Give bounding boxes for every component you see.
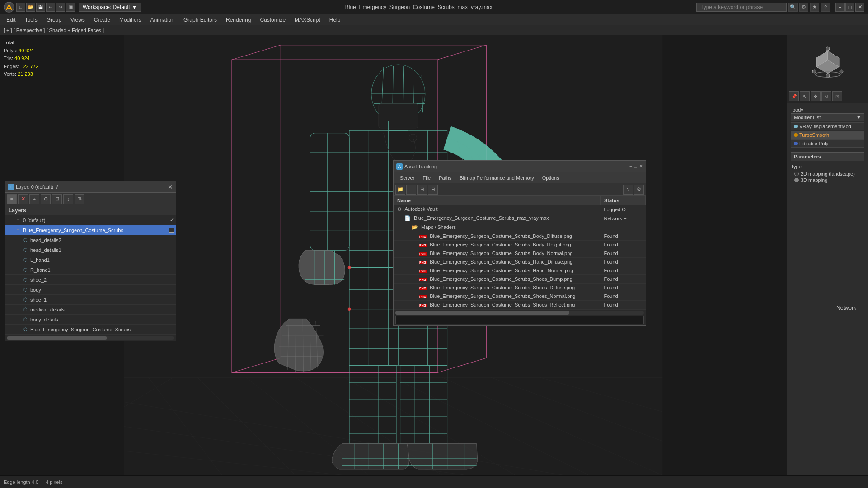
layer-panel-help-btn[interactable]: ?: [55, 184, 58, 190]
layer-item-blue-emergency[interactable]: ≡ Blue_Emergency_Surgeon_Costume_Scrubs: [5, 225, 176, 235]
layer-vis-box[interactable]: [169, 228, 174, 233]
modifier-tool-cursor[interactable]: ↖: [800, 91, 810, 101]
redo-btn[interactable]: ↪: [56, 3, 65, 12]
modifier-vray[interactable]: VRayDisplacementMod: [791, 122, 864, 130]
vault-icon: ⚙: [397, 206, 402, 212]
undo-btn[interactable]: ↩: [46, 3, 55, 12]
maximize-button[interactable]: □: [845, 3, 854, 12]
asset-row-body-height[interactable]: PNG Blue_Emergency_Surgeon_Costume_Scrub…: [394, 241, 646, 249]
radio-3d-mapping[interactable]: 3D mapping: [794, 177, 861, 183]
asset-menu-paths[interactable]: Paths: [435, 174, 455, 181]
menu-item-edit[interactable]: Edit: [2, 16, 20, 24]
layer-item-default[interactable]: ≡ 0 (default) ✓: [5, 215, 176, 225]
layer-item-body-details[interactable]: ⬡ body_details: [5, 315, 176, 325]
asset-row-hand-normal[interactable]: PNG Blue_Emergency_Surgeon_Costume_Scrub…: [394, 266, 646, 275]
menu-item-tools[interactable]: Tools: [20, 16, 42, 24]
layer-panel-title-bar[interactable]: L Layer: 0 (default) ? ✕: [5, 181, 176, 193]
save-btn[interactable]: 💾: [36, 3, 45, 12]
layer-scrollbar-track[interactable]: [7, 336, 174, 340]
layer-item-medical-details[interactable]: ⬡ medical_details: [5, 305, 176, 315]
layer-item-shoe1[interactable]: ⬡ shoe_1: [5, 295, 176, 305]
asset-tool-table[interactable]: ⊟: [428, 185, 438, 195]
minimize-button[interactable]: −: [835, 3, 845, 12]
asset-row-body-normal[interactable]: PNG Blue_Emergency_Surgeon_Costume_Scrub…: [394, 249, 646, 258]
layer-tool-layers[interactable]: ≡: [7, 194, 17, 204]
asset-row-maps[interactable]: 📂 Maps / Shaders: [394, 223, 646, 232]
render-btn[interactable]: ▣: [66, 3, 75, 12]
modifier-tool-move[interactable]: ✥: [811, 91, 821, 101]
asset-panel-title-bar[interactable]: A Asset Tracking − □ ✕: [394, 161, 646, 172]
asset-row-shoes-reflect[interactable]: PNG Blue_Emergency_Surgeon_Costume_Scrub…: [394, 301, 646, 309]
help-icon[interactable]: ?: [821, 3, 830, 12]
layer-item-body[interactable]: ⬡ body: [5, 285, 176, 295]
asset-scrollbar-thumb[interactable]: [395, 311, 569, 315]
modifier-tool-pin[interactable]: 📌: [789, 91, 799, 101]
asset-row-hand-diffuse[interactable]: PNG Blue_Emergency_Surgeon_Costume_Scrub…: [394, 258, 646, 266]
asset-scrollbar-track[interactable]: [395, 311, 644, 315]
menu-item-create[interactable]: Create: [89, 16, 115, 24]
asset-row-shoes-normal[interactable]: PNG Blue_Emergency_Surgeon_Costume_Scrub…: [394, 292, 646, 301]
layer-icon-shoe2: ⬡: [22, 277, 28, 283]
menu-item-maxscript[interactable]: MAXScript: [290, 16, 325, 24]
layer-tool-delete[interactable]: ✕: [18, 194, 28, 204]
asset-tracking-panel: A Asset Tracking − □ ✕ Server File Paths…: [393, 160, 646, 326]
asset-panel-max-btn[interactable]: □: [634, 163, 637, 169]
modifier-editable-poly[interactable]: Editable Poly: [791, 139, 864, 148]
asset-tool-help[interactable]: ?: [623, 185, 633, 195]
menu-item-views[interactable]: Views: [66, 16, 89, 24]
search-icon[interactable]: 🔍: [788, 3, 798, 12]
asset-row-vault[interactable]: ⚙ Autodesk Vault Logged O: [394, 205, 646, 214]
search-box[interactable]: Type a keyword or phrase: [696, 3, 787, 12]
viewport-cube[interactable]: [787, 35, 868, 89]
close-button[interactable]: ✕: [855, 3, 864, 12]
asset-tool-grid[interactable]: ⊞: [417, 185, 427, 195]
layer-tool-explode[interactable]: ⊞: [52, 194, 62, 204]
layer-tool-merge[interactable]: ⊕: [41, 194, 51, 204]
menu-item-group[interactable]: Group: [42, 16, 66, 24]
layer-tool-sync1[interactable]: ↕: [63, 194, 73, 204]
settings-icon[interactable]: ⚙: [799, 3, 808, 12]
layer-tool-add[interactable]: +: [29, 194, 39, 204]
menu-item-animation[interactable]: Animation: [146, 16, 179, 24]
layer-tool-sync2[interactable]: ⇅: [75, 194, 84, 204]
asset-row-shoes-bump[interactable]: PNG Blue_Emergency_Surgeon_Costume_Scrub…: [394, 275, 646, 284]
asset-panel-close-btn[interactable]: ✕: [639, 163, 643, 169]
asset-panel-min-btn[interactable]: −: [629, 163, 632, 169]
asset-menu-file[interactable]: File: [419, 174, 434, 181]
modifier-tool-scale[interactable]: ⊡: [832, 91, 842, 101]
menu-item-modifiers[interactable]: Modifiers: [115, 16, 146, 24]
asset-tool-list[interactable]: ≡: [406, 185, 416, 195]
asset-menu-bitmap[interactable]: Bitmap Performance and Memory: [456, 174, 537, 181]
menu-item-graph-editors[interactable]: Graph Editors: [179, 16, 221, 24]
asset-tool-settings[interactable]: ⚙: [634, 185, 644, 195]
layer-name-lh1: L_hand1: [30, 257, 174, 263]
asset-menu-options[interactable]: Options: [539, 174, 563, 181]
asset-table-container[interactable]: Name Status ⚙ Autodesk Vault Logged O 📄: [394, 196, 646, 309]
menu-item-customize[interactable]: Customize: [255, 16, 290, 24]
open-btn[interactable]: 📂: [26, 3, 35, 12]
layer-item-head-details1[interactable]: ⬡ head_details1: [5, 245, 176, 255]
modifier-tool-rotate[interactable]: ↻: [821, 91, 831, 101]
layer-item-head-details2[interactable]: ⬡ head_details2: [5, 235, 176, 245]
modifier-list-header[interactable]: Modifier List ▼: [791, 113, 864, 121]
asset-input-bar[interactable]: [395, 316, 644, 324]
menu-item-help[interactable]: Help: [325, 16, 345, 24]
modifier-turbosmooth[interactable]: TurboSmooth: [791, 131, 864, 139]
layers-list[interactable]: ≡ 0 (default) ✓ ≡ Blue_Emergency_Surgeon…: [5, 215, 176, 335]
layer-item-shoe2[interactable]: ⬡ shoe_2: [5, 275, 176, 285]
layer-panel-close-btn[interactable]: ✕: [168, 183, 173, 191]
layer-item-l-hand1[interactable]: ⬡ L_hand1: [5, 255, 176, 265]
new-btn[interactable]: □: [16, 3, 25, 12]
layer-scrollbar-thumb[interactable]: [7, 336, 107, 340]
menu-item-rendering[interactable]: Rendering: [221, 16, 255, 24]
workspace-dropdown[interactable]: Workspace: Default ▼: [79, 3, 141, 12]
layer-item-r-hand1[interactable]: ⬡ R_hand1: [5, 265, 176, 275]
asset-row-file[interactable]: 📄 Blue_Emergency_Surgeon_Costume_Scrubs_…: [394, 214, 646, 223]
radio-2d-mapping[interactable]: 2D mapping (landscape): [794, 171, 861, 177]
bookmark-icon[interactable]: ★: [810, 3, 819, 12]
asset-row-body-diffuse[interactable]: PNG Blue_Emergency_Surgeon_Costume_Scrub…: [394, 232, 646, 241]
asset-menu-server[interactable]: Server: [396, 174, 418, 181]
asset-tool-folder[interactable]: 📁: [395, 185, 405, 195]
layer-item-blue-emergency-sub[interactable]: ⬡ Blue_Emergency_Surgeon_Costume_Scrubs: [5, 325, 176, 335]
asset-row-shoes-diffuse[interactable]: PNG Blue_Emergency_Surgeon_Costume_Scrub…: [394, 284, 646, 292]
